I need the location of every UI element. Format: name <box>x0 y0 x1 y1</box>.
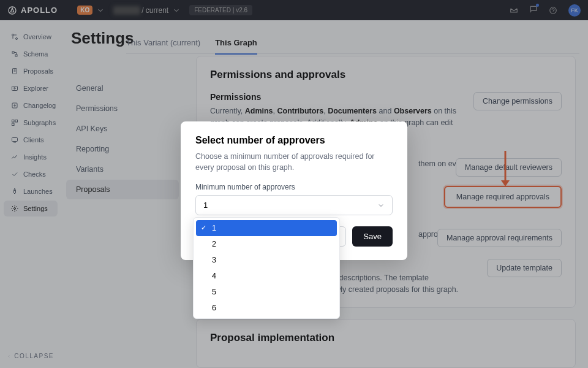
chevron-down-icon <box>377 202 385 209</box>
select-value: 1 <box>203 201 208 210</box>
approvers-modal: Select number of approvers Choose a mini… <box>181 121 407 260</box>
option-4[interactable]: 4 <box>196 268 337 284</box>
option-1[interactable]: 1 <box>196 220 337 236</box>
option-5[interactable]: 5 <box>196 284 337 300</box>
option-2[interactable]: 2 <box>196 236 337 252</box>
save-button[interactable]: Save <box>352 226 393 247</box>
approvers-label: Minimum number of approvers <box>195 183 393 191</box>
approvers-dropdown: 1 2 3 4 5 6 <box>193 217 340 319</box>
modal-overlay: Select number of approvers Choose a mini… <box>0 0 588 368</box>
modal-description: Choose a minimum number of approvals req… <box>195 151 393 173</box>
option-6[interactable]: 6 <box>196 300 337 316</box>
modal-title: Select number of approvers <box>195 135 393 146</box>
option-3[interactable]: 3 <box>196 252 337 268</box>
approvers-select[interactable]: 1 <box>195 195 393 215</box>
